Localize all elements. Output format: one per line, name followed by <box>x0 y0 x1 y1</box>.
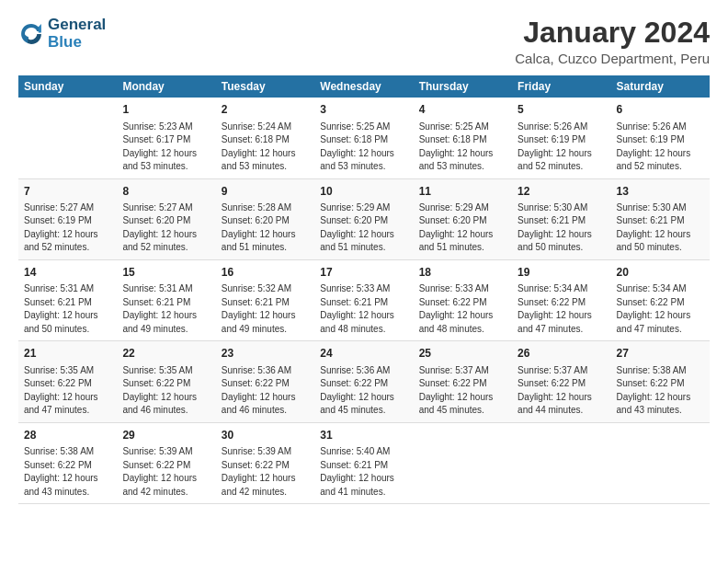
sunrise-info: Sunrise: 5:36 AM <box>222 364 309 378</box>
day-cell: 16Sunrise: 5:32 AMSunset: 6:21 PMDayligh… <box>216 259 314 340</box>
day-number: 20 <box>617 265 704 281</box>
sunrise-info: Sunrise: 5:34 AM <box>617 282 704 296</box>
daylight-info: Daylight: 12 hours and 51 minutes. <box>419 228 506 255</box>
day-cell: 30Sunrise: 5:39 AMSunset: 6:22 PMDayligh… <box>216 422 314 503</box>
sunset-info: Sunset: 6:19 PM <box>518 133 605 147</box>
sunset-info: Sunset: 6:21 PM <box>617 214 704 228</box>
sunset-info: Sunset: 6:20 PM <box>122 214 210 228</box>
sunrise-info: Sunrise: 5:39 AM <box>122 445 210 459</box>
day-cell: 31Sunrise: 5:40 AMSunset: 6:21 PMDayligh… <box>314 422 413 503</box>
sunset-info: Sunset: 6:22 PM <box>24 377 111 391</box>
day-number: 1 <box>122 102 210 118</box>
sunrise-info: Sunrise: 5:40 AM <box>320 445 407 459</box>
day-cell: 15Sunrise: 5:31 AMSunset: 6:21 PMDayligh… <box>117 259 215 340</box>
sunrise-info: Sunrise: 5:26 AM <box>617 121 704 134</box>
daylight-info: Daylight: 12 hours and 47 minutes. <box>24 391 111 418</box>
sunset-info: Sunset: 6:19 PM <box>617 133 704 147</box>
daylight-info: Daylight: 12 hours and 52 minutes. <box>617 147 704 174</box>
daylight-info: Daylight: 12 hours and 46 minutes. <box>122 391 210 418</box>
sunset-info: Sunset: 6:22 PM <box>122 377 210 391</box>
daylight-info: Daylight: 12 hours and 52 minutes. <box>518 147 605 174</box>
daylight-info: Daylight: 12 hours and 53 minutes. <box>320 147 407 174</box>
col-header-monday: Monday <box>117 75 215 98</box>
sunset-info: Sunset: 6:22 PM <box>320 377 407 391</box>
day-cell: 22Sunrise: 5:35 AMSunset: 6:22 PMDayligh… <box>117 341 215 422</box>
day-number: 19 <box>518 265 605 281</box>
daylight-info: Daylight: 12 hours and 53 minutes. <box>122 147 210 174</box>
day-number: 16 <box>222 265 309 281</box>
daylight-info: Daylight: 12 hours and 51 minutes. <box>320 228 407 255</box>
sunrise-info: Sunrise: 5:27 AM <box>122 201 210 215</box>
day-cell: 28Sunrise: 5:38 AMSunset: 6:22 PMDayligh… <box>18 422 117 503</box>
col-header-thursday: Thursday <box>414 75 512 98</box>
daylight-info: Daylight: 12 hours and 47 minutes. <box>617 309 704 336</box>
daylight-info: Daylight: 12 hours and 42 minutes. <box>222 472 309 499</box>
day-number: 24 <box>320 346 407 362</box>
calendar-header-row: SundayMondayTuesdayWednesdayThursdayFrid… <box>18 75 710 98</box>
sunrise-info: Sunrise: 5:34 AM <box>518 282 605 296</box>
daylight-info: Daylight: 12 hours and 44 minutes. <box>518 391 605 418</box>
sunrise-info: Sunrise: 5:25 AM <box>320 121 407 134</box>
day-number: 6 <box>617 102 704 118</box>
day-cell: 2Sunrise: 5:24 AMSunset: 6:18 PMDaylight… <box>216 98 314 178</box>
sunrise-info: Sunrise: 5:29 AM <box>419 201 506 215</box>
logo-line2: Blue <box>48 34 106 52</box>
daylight-info: Daylight: 12 hours and 47 minutes. <box>518 309 605 336</box>
day-number: 25 <box>419 346 506 362</box>
daylight-info: Daylight: 12 hours and 45 minutes. <box>320 391 407 418</box>
day-cell: 7Sunrise: 5:27 AMSunset: 6:19 PMDaylight… <box>18 178 117 259</box>
day-cell: 14Sunrise: 5:31 AMSunset: 6:21 PMDayligh… <box>18 259 117 340</box>
sunrise-info: Sunrise: 5:31 AM <box>122 282 210 296</box>
day-cell: 26Sunrise: 5:37 AMSunset: 6:22 PMDayligh… <box>512 341 610 422</box>
col-header-tuesday: Tuesday <box>216 75 314 98</box>
day-cell: 24Sunrise: 5:36 AMSunset: 6:22 PMDayligh… <box>314 341 413 422</box>
daylight-info: Daylight: 12 hours and 43 minutes. <box>24 472 111 499</box>
day-number: 17 <box>320 265 407 281</box>
sunset-info: Sunset: 6:22 PM <box>518 296 605 310</box>
daylight-info: Daylight: 12 hours and 53 minutes. <box>419 147 506 174</box>
daylight-info: Daylight: 12 hours and 50 minutes. <box>24 309 111 336</box>
day-number: 2 <box>222 102 309 118</box>
day-cell: 12Sunrise: 5:30 AMSunset: 6:21 PMDayligh… <box>512 178 610 259</box>
sunset-info: Sunset: 6:22 PM <box>518 377 605 391</box>
sunset-info: Sunset: 6:22 PM <box>419 296 506 310</box>
day-number: 13 <box>617 184 704 200</box>
daylight-info: Daylight: 12 hours and 41 minutes. <box>320 472 407 499</box>
sunset-info: Sunset: 6:17 PM <box>122 133 210 147</box>
day-cell: 23Sunrise: 5:36 AMSunset: 6:22 PMDayligh… <box>216 341 314 422</box>
day-cell: 5Sunrise: 5:26 AMSunset: 6:19 PMDaylight… <box>512 98 610 178</box>
sunset-info: Sunset: 6:21 PM <box>222 296 309 310</box>
col-header-friday: Friday <box>512 75 610 98</box>
day-cell: 27Sunrise: 5:38 AMSunset: 6:22 PMDayligh… <box>611 341 710 422</box>
daylight-info: Daylight: 12 hours and 49 minutes. <box>122 309 210 336</box>
page-title: January 2024 <box>515 17 710 49</box>
day-cell: 19Sunrise: 5:34 AMSunset: 6:22 PMDayligh… <box>512 259 610 340</box>
sunrise-info: Sunrise: 5:37 AM <box>518 364 605 378</box>
logo-line1: General <box>48 17 106 34</box>
day-number: 22 <box>122 346 210 362</box>
day-cell <box>18 98 117 178</box>
sunrise-info: Sunrise: 5:26 AM <box>518 121 605 134</box>
daylight-info: Daylight: 12 hours and 46 minutes. <box>222 391 309 418</box>
day-cell: 10Sunrise: 5:29 AMSunset: 6:20 PMDayligh… <box>314 178 413 259</box>
day-number: 26 <box>518 346 605 362</box>
sunset-info: Sunset: 6:22 PM <box>122 459 210 473</box>
calendar-table: SundayMondayTuesdayWednesdayThursdayFrid… <box>18 75 710 504</box>
sunset-info: Sunset: 6:22 PM <box>222 459 309 473</box>
sunrise-info: Sunrise: 5:25 AM <box>419 121 506 134</box>
sunset-info: Sunset: 6:21 PM <box>24 296 111 310</box>
day-number: 8 <box>122 184 210 200</box>
sunrise-info: Sunrise: 5:37 AM <box>419 364 506 378</box>
title-block: January 2024 Calca, Cuzco Department, Pe… <box>515 17 710 66</box>
daylight-info: Daylight: 12 hours and 48 minutes. <box>320 309 407 336</box>
day-number: 10 <box>320 184 407 200</box>
sunrise-info: Sunrise: 5:23 AM <box>122 121 210 134</box>
sunset-info: Sunset: 6:22 PM <box>419 377 506 391</box>
day-number: 23 <box>222 346 309 362</box>
day-cell: 11Sunrise: 5:29 AMSunset: 6:20 PMDayligh… <box>414 178 512 259</box>
sunset-info: Sunset: 6:18 PM <box>222 133 309 147</box>
sunset-info: Sunset: 6:21 PM <box>320 296 407 310</box>
daylight-info: Daylight: 12 hours and 49 minutes. <box>222 309 309 336</box>
day-cell: 20Sunrise: 5:34 AMSunset: 6:22 PMDayligh… <box>611 259 710 340</box>
sunset-info: Sunset: 6:21 PM <box>518 214 605 228</box>
